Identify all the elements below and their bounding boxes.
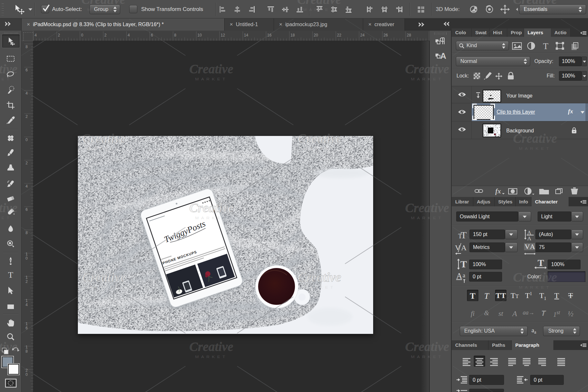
svg-text:0: 0 [26,138,28,142]
svg-text:24: 24 [360,33,365,37]
svg-text:12: 12 [221,33,225,37]
svg-text:2: 2 [26,368,28,373]
svg-text:8: 8 [26,45,28,49]
svg-text:2: 2 [26,114,28,119]
svg-text:T: T [8,270,13,279]
svg-text:T: T [461,230,467,240]
svg-text:6: 6 [26,326,28,330]
svg-text:4: 4 [128,33,130,37]
svg-text:10: 10 [197,33,202,37]
svg-text:28: 28 [407,33,411,37]
svg-text:A: A [456,272,462,281]
svg-text:1: 1 [26,298,28,303]
svg-text:V: V [525,242,530,251]
svg-text:26: 26 [383,33,388,37]
svg-text:A: A [440,51,446,61]
svg-text:2: 2 [26,279,28,284]
svg-text:2: 2 [58,33,60,37]
svg-text:0: 0 [26,372,28,377]
svg-text:6: 6 [26,207,28,212]
svg-text:A: A [461,243,467,252]
svg-text:2: 2 [26,161,28,165]
svg-text:22: 22 [337,33,341,37]
svg-text:A: A [527,235,531,241]
svg-text:1: 1 [26,252,28,256]
svg-text:8: 8 [174,33,176,37]
svg-text:T: T [538,258,544,268]
svg-text:a: a [463,272,465,279]
svg-text:4: 4 [26,184,28,189]
svg-text:T: T [460,259,467,269]
svg-text:18: 18 [290,33,295,37]
svg-text:0: 0 [26,256,28,261]
svg-text:T: T [543,41,549,50]
svg-text:4: 4 [35,33,37,37]
svg-text:1: 1 [26,275,28,280]
svg-text:6: 6 [26,68,28,72]
svg-text:8: 8 [26,349,28,354]
svg-text:14: 14 [244,33,248,37]
svg-text:20: 20 [314,33,318,37]
svg-text:A: A [530,242,535,251]
svg-text:1: 1 [26,322,28,326]
svg-text:1: 1 [26,345,28,349]
svg-text:4: 4 [26,91,28,96]
svg-text:2: 2 [104,33,107,37]
svg-text:4: 4 [26,303,28,307]
svg-text:fx: fx [495,187,501,195]
svg-text:6: 6 [151,33,153,37]
svg-text:0: 0 [81,33,83,37]
svg-text:16: 16 [267,33,272,37]
svg-text:8: 8 [26,231,28,235]
